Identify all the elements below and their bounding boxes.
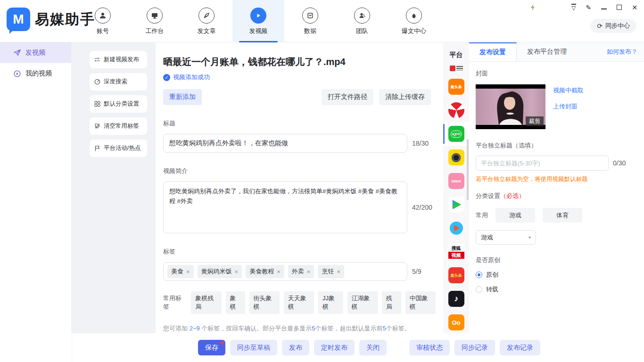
platform-icon-qutoutiao[interactable]: 趣头条 — [443, 75, 469, 99]
cover-thumbnail[interactable]: 裁剪 — [476, 84, 545, 129]
common-tag-chip[interactable]: 中国象棋 — [405, 291, 436, 314]
common-tag-chip[interactable]: 街头象棋 — [249, 291, 280, 314]
platform-title-input[interactable] — [476, 156, 609, 171]
common-category-label: 常用 — [476, 211, 488, 220]
clear-common-tags-button[interactable]: 清空常用标签 — [90, 117, 147, 135]
sidebar-item-publish-video[interactable]: 发视频 — [0, 42, 71, 63]
nav-item-account[interactable]: 账号 — [77, 0, 129, 42]
new-video-publish-button[interactable]: 新建视频发布 — [90, 51, 147, 68]
maximize-icon[interactable] — [617, 5, 622, 10]
platform-activity-hot-button[interactable]: 平台活动/热点 — [90, 140, 147, 157]
common-tag-chip[interactable]: 残局 — [382, 291, 401, 314]
nav-label: 数据 — [304, 27, 316, 35]
platform-icon-haokan[interactable] — [443, 216, 469, 240]
nav-item-workbench[interactable]: 工作台 — [129, 0, 181, 42]
nav-item-team[interactable]: 团队 — [336, 0, 388, 42]
hide-to-tray-icon[interactable]: ▽ — [571, 4, 576, 11]
remove-tag-icon[interactable]: × — [235, 268, 239, 275]
remove-tag-icon[interactable]: × — [337, 268, 340, 275]
platform-scrollbar[interactable] — [467, 139, 469, 200]
tags-hint: 您可添加 2~9 个标签，按回车确认。部分平台最多显示5个标签，超出默认显示前5… — [163, 324, 436, 333]
platform-icon-sohu-video[interactable]: 搜狐 视频 — [443, 240, 469, 263]
grid-icon — [94, 101, 100, 107]
crop-button[interactable]: 裁剪 — [526, 116, 544, 126]
capture-from-video-link[interactable]: 视频中截取 — [553, 86, 584, 95]
title-input[interactable]: 想吃黄焖鸡别再点外卖啦！，在家也能做 — [163, 134, 407, 153]
sidebar-item-label: 发视频 — [25, 49, 45, 57]
footer-action-bar: 保存 同步至草稿 发布 定时发布 关闭 审核状态 同步记录 发布记录 — [0, 333, 644, 362]
stopwatch-icon — [94, 79, 100, 85]
sync-center-button[interactable]: ⟳ 同步中心 — [590, 19, 636, 33]
how-to-publish-link[interactable]: 如何发布？ — [607, 48, 637, 56]
remove-tag-icon[interactable]: × — [277, 268, 281, 275]
tag-chip: 烹饪 × — [318, 265, 344, 278]
common-tag-chip[interactable]: JJ象棋 — [318, 291, 343, 314]
radio-original-label: 原创 — [486, 271, 498, 279]
screenshot-icon[interactable]: ✎ — [586, 4, 592, 11]
nav-label: 账号 — [97, 27, 109, 35]
platform-icon-kuaishou[interactable]: Oo — [443, 311, 469, 334]
remove-tag-icon[interactable]: × — [186, 268, 190, 275]
left-sidebar: 发视频 我的视频 — [0, 42, 72, 362]
action-label: 新建视频发布 — [104, 56, 139, 64]
upload-status-text: 视频添加成功 — [173, 73, 210, 82]
platform-icon-iqiyi[interactable]: iQIYI — [443, 122, 469, 146]
category-quick-game[interactable]: 游戏 — [495, 208, 535, 222]
close-icon[interactable]: ✕ — [632, 4, 637, 11]
category-select[interactable]: 游戏 ▾ — [476, 230, 536, 245]
platform-icon-ifeng[interactable] — [443, 99, 469, 122]
tab-platform-management[interactable]: 发布平台管理 — [517, 42, 577, 61]
publish-button[interactable]: 发布 — [282, 340, 309, 355]
platform-icon-camera-app[interactable] — [443, 146, 469, 169]
sidebar-item-my-videos[interactable]: 我的视频 — [0, 63, 71, 84]
platform-icon-tencent-video[interactable] — [443, 193, 469, 216]
platform-bar-label: 平台 — [443, 51, 469, 59]
action-label: 清空常用标签 — [104, 122, 139, 130]
hint-segment: 5 — [312, 325, 315, 332]
nav-item-publish-article[interactable]: 发文章 — [181, 0, 232, 42]
platform-icon-huitoutiao[interactable]: 惠头条 — [443, 263, 469, 287]
description-textarea[interactable]: 想吃黄焖鸡别再点外卖了，我们在家也能做，方法很简单#黄焖鸡米饭 #美食 #美食教… — [163, 181, 407, 233]
monitor-icon — [147, 8, 163, 24]
review-status-button[interactable]: 审核状态 — [409, 340, 450, 355]
tab-publish-settings[interactable]: 发布设置 — [469, 42, 517, 61]
platform-mini-logo[interactable] — [450, 65, 463, 71]
nav-item-data[interactable]: 数据 — [284, 0, 336, 42]
action-label: 默认分类设置 — [104, 100, 139, 108]
common-tag-chip[interactable]: 江湖象棋 — [347, 291, 378, 314]
deep-search-button[interactable]: 深度搜索 — [90, 73, 147, 90]
hint-segment: 5 — [383, 325, 386, 332]
common-tag-chip[interactable]: 象棋 — [226, 291, 245, 314]
sync-records-button[interactable]: 同步记录 — [454, 340, 495, 355]
category-label-text: 分类设置 — [476, 192, 500, 199]
scheduled-publish-button[interactable]: 定时发布 — [314, 340, 355, 355]
radio-original[interactable]: 原创 — [476, 271, 637, 279]
publish-records-button[interactable]: 发布记录 — [500, 340, 540, 355]
tag-label: 外卖 — [292, 267, 304, 276]
tags-input[interactable]: 美食 × 黄焖鸡米饭 × 美食教程 × 外卖 × 烹饪 × — [163, 262, 407, 281]
minimize-icon[interactable] — [601, 6, 607, 9]
sync-to-draft-button[interactable]: 同步至草稿 — [230, 340, 277, 355]
clear-upload-cache-button[interactable]: 清除上传缓存 — [379, 89, 431, 105]
platform-icon-douyin[interactable]: ♪ — [443, 287, 469, 311]
nav-label: 团队 — [356, 27, 368, 35]
category-quick-sports[interactable]: 体育 — [543, 208, 582, 222]
nav-item-publish-video[interactable]: 发视频 — [232, 0, 284, 42]
chart-icon — [302, 8, 318, 24]
nav-label: 工作台 — [146, 27, 164, 35]
default-category-settings-button[interactable]: 默认分类设置 — [90, 95, 147, 113]
nav-item-hot-center[interactable]: 爆文中心 — [388, 0, 440, 42]
open-file-path-button[interactable]: 打开文件路径 — [322, 89, 373, 105]
platform-icon-bilibili[interactable]: bilibili — [443, 169, 469, 193]
readd-video-button[interactable]: 重新添加 — [163, 89, 202, 105]
nav-label: 发文章 — [198, 27, 216, 35]
common-tag-chip[interactable]: 天天象棋 — [284, 291, 314, 314]
save-button[interactable]: 保存 — [198, 340, 225, 355]
sliders-icon — [94, 57, 100, 63]
remove-tag-icon[interactable]: × — [307, 268, 311, 275]
upload-cover-link[interactable]: 上传封面 — [553, 102, 584, 111]
common-tag-chip[interactable]: 象棋残局 — [191, 291, 221, 314]
radio-repost[interactable]: 转载 — [476, 285, 637, 294]
close-button[interactable]: 关闭 — [359, 340, 387, 355]
tag-chip: 美食教程 × — [246, 265, 284, 278]
